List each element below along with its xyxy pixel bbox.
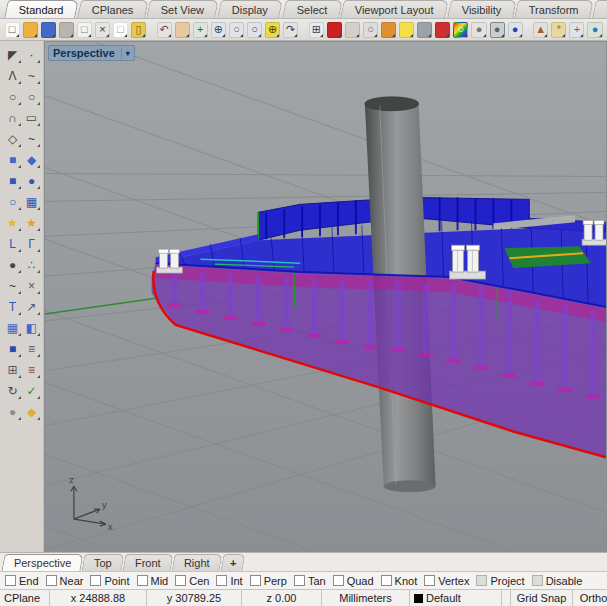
extrude-right-icon[interactable]: Γ — [23, 234, 41, 253]
curve-hook-icon[interactable]: ~ — [4, 276, 22, 295]
arc-icon[interactable]: ∩ — [4, 108, 22, 127]
osnap-tan[interactable]: Tan — [294, 575, 326, 587]
osnap-end-checkbox[interactable] — [5, 575, 16, 586]
osnap-disable-checkbox[interactable] — [532, 575, 543, 586]
four-viewports-icon[interactable]: ⊞ — [309, 22, 324, 38]
copy-icon[interactable]: □ — [113, 22, 128, 38]
rendered-sphere-icon[interactable]: ● — [490, 22, 505, 38]
rotate-camera-icon[interactable]: ↷ — [283, 22, 298, 38]
trim-icon[interactable]: × — [23, 276, 41, 295]
copy-page-icon[interactable]: □ — [77, 22, 92, 38]
tab-standard[interactable]: Standard — [4, 0, 78, 18]
osnap-point[interactable]: Point — [90, 575, 129, 587]
zoom-selected-icon[interactable]: ⊕ — [265, 22, 280, 38]
ellipse-icon[interactable]: ○ — [23, 87, 41, 106]
pan-hand-icon[interactable] — [175, 22, 190, 38]
tab-display[interactable]: Display — [218, 0, 284, 18]
osnap-vertex[interactable]: Vertex — [424, 575, 469, 587]
extrude-left-icon[interactable]: L — [4, 234, 22, 253]
boolean-union-icon[interactable]: ★ — [4, 213, 22, 232]
tab-viewport-layout[interactable]: Viewport Layout — [340, 0, 449, 18]
osnap-perp-checkbox[interactable] — [250, 575, 261, 586]
osnap-cen-checkbox[interactable] — [175, 575, 186, 586]
paste-icon[interactable]: ▯ — [131, 22, 146, 38]
units-pane[interactable]: Millimeters — [322, 590, 410, 606]
grid-snap-toggle[interactable]: Grid Snap — [511, 590, 573, 606]
layer-wedge-icon[interactable] — [435, 22, 450, 38]
osnap-quad-checkbox[interactable] — [333, 575, 344, 586]
ortho-toggle[interactable]: Ortho — [573, 590, 607, 606]
polygon-icon[interactable]: ◇ — [4, 129, 22, 148]
sphere-pair-icon[interactable]: ● — [23, 171, 41, 190]
hatch-icon[interactable]: ≡ — [23, 339, 41, 358]
align-icon[interactable]: ≡ — [23, 360, 41, 379]
check-selection-icon[interactable]: ✓ — [23, 381, 41, 400]
earth-globe-icon[interactable]: ● — [587, 22, 602, 38]
layer-pane[interactable]: Default — [410, 590, 502, 606]
single-point-icon[interactable]: · — [23, 45, 41, 64]
link-nodes-icon[interactable] — [381, 22, 396, 38]
move-uvn-icon[interactable]: + — [569, 22, 584, 38]
mesh-box-icon[interactable]: ▦ — [23, 192, 41, 211]
tab-transform[interactable]: Transform — [514, 0, 594, 18]
solid-surface-icon[interactable]: ■ — [4, 339, 22, 358]
osnap-tan-checkbox[interactable] — [294, 575, 305, 586]
options-gears-icon[interactable]: * — [551, 22, 566, 38]
mirror-icon[interactable]: ◧ — [23, 318, 41, 337]
lightbulb-icon[interactable] — [399, 22, 414, 38]
viewport-tab-front[interactable]: Front — [123, 554, 174, 571]
osnap-near[interactable]: Near — [46, 575, 84, 587]
osnap-knot[interactable]: Knot — [381, 575, 418, 587]
tab-select[interactable]: Select — [282, 0, 342, 18]
osnap-near-checkbox[interactable] — [46, 575, 57, 586]
open-folder-icon[interactable] — [23, 22, 38, 38]
history-clock-icon[interactable]: ○ — [363, 22, 378, 38]
tab-visibility[interactable]: Visibility — [447, 0, 516, 18]
save-file-icon[interactable] — [41, 22, 56, 38]
print-icon[interactable] — [59, 22, 74, 38]
array-grid-icon[interactable]: ⊞ — [4, 360, 22, 379]
orient-icon[interactable]: ↻ — [4, 381, 22, 400]
measure-icon[interactable] — [345, 22, 360, 38]
osnap-quad[interactable]: Quad — [333, 575, 374, 587]
perspective-viewport[interactable]: z y x Perspective ▾ — [44, 41, 607, 552]
move-points-icon[interactable]: ↗ — [23, 297, 41, 316]
curve-control-points-icon[interactable]: ~ — [23, 66, 41, 85]
lock-icon[interactable] — [417, 22, 432, 38]
osnap-end[interactable]: End — [5, 575, 39, 587]
viewport-title-menu[interactable]: Perspective ▾ — [48, 45, 135, 61]
new-viewport-tab-button[interactable]: + — [220, 554, 245, 571]
blend-spheres-icon[interactable]: ● — [4, 255, 22, 274]
osnap-int[interactable]: Int — [216, 575, 242, 587]
cut-icon[interactable]: × — [95, 22, 110, 38]
raytrace-sphere-icon[interactable]: ● — [508, 22, 523, 38]
rectangle-icon[interactable]: ▭ — [23, 108, 41, 127]
osnap-project-checkbox[interactable] — [476, 575, 487, 586]
osnap-disable[interactable]: Disable — [532, 575, 583, 587]
curved-surface-icon[interactable]: ◆ — [23, 150, 41, 169]
tab-curve-tools[interactable]: Curve Tools — [592, 0, 607, 18]
polyline-icon[interactable]: Λ — [4, 66, 22, 85]
torus-icon[interactable]: ○ — [4, 192, 22, 211]
cplane-pane[interactable]: CPlane — [0, 590, 50, 606]
zoom-window-icon[interactable]: ○ — [247, 22, 262, 38]
osnap-project[interactable]: Project — [476, 575, 524, 587]
red-car-icon[interactable] — [327, 22, 342, 38]
zoom-dynamic-icon[interactable]: ○ — [229, 22, 244, 38]
selection-filter-icon[interactable]: ▲ — [533, 22, 548, 38]
circle-icon[interactable]: ○ — [4, 87, 22, 106]
rotate-view-icon[interactable]: + — [193, 22, 208, 38]
osnap-cen[interactable]: Cen — [175, 575, 209, 587]
viewport-tab-perspective[interactable]: Perspective — [2, 554, 84, 571]
box-icon[interactable]: ■ — [4, 171, 22, 190]
osnap-mid[interactable]: Mid — [137, 575, 169, 587]
handle-curve-icon[interactable]: ~ — [23, 129, 41, 148]
select-pointer-icon[interactable]: ◤ — [4, 45, 22, 64]
text-icon[interactable]: T — [4, 297, 22, 316]
zoom-icon[interactable]: ⊕ — [211, 22, 226, 38]
tab-set-view[interactable]: Set View — [146, 0, 219, 18]
mesh-blobs-icon[interactable]: ● — [4, 402, 22, 421]
new-file-icon[interactable]: □ — [5, 22, 20, 38]
point-cloud-icon[interactable]: ∴ — [23, 255, 41, 274]
osnap-int-checkbox[interactable] — [216, 575, 227, 586]
